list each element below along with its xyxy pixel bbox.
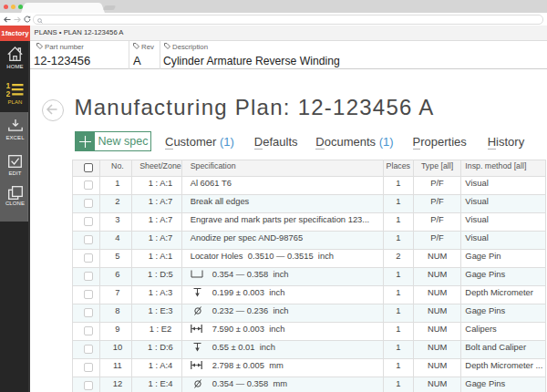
svg-text:2: 2 bbox=[6, 89, 11, 97]
